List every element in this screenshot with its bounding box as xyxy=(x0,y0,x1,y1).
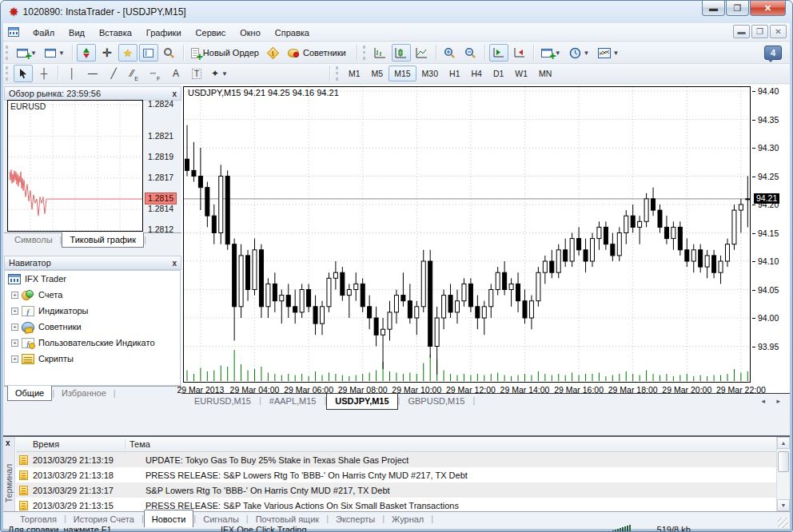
expand-icon[interactable]: + xyxy=(11,292,18,299)
tick-chart-plot[interactable]: EURUSD xyxy=(7,100,143,232)
timeframe-W1[interactable]: W1 xyxy=(509,66,533,81)
news-row[interactable]: 2013/03/29 21:13:15PRESS RELEASE: S&P Ta… xyxy=(16,498,776,511)
crosshair-mode-button[interactable]: ✛ xyxy=(98,44,117,62)
scroll-down-icon[interactable]: ▼ xyxy=(777,499,790,511)
maximize-button[interactable]: ❐ xyxy=(726,1,749,16)
menu-item-Графики[interactable]: Графики xyxy=(139,26,189,40)
navigator-item-Индикаторы[interactable]: +ƒИндикаторы xyxy=(5,303,180,319)
text-label-button[interactable]: T xyxy=(187,65,206,82)
horizontal-line-button[interactable]: — xyxy=(83,65,102,82)
chart-price-axis[interactable]: 94.4094.3594.3094.2594.2094.1594.1094.05… xyxy=(752,86,793,383)
navigator-tab-Избранное[interactable]: Избранное xyxy=(54,387,114,400)
advisors-button[interactable]: Советники xyxy=(285,44,349,62)
navigator-item-Скрипты[interactable]: +Скрипты xyxy=(5,351,180,367)
chart-tab-EURUSD,M15[interactable]: EURUSD,M15 xyxy=(186,394,259,409)
indicators-button[interactable]: ▼ xyxy=(538,44,564,62)
tab-scroll-arrows[interactable]: ◂ ▸ xyxy=(761,397,785,405)
cursor-tool-button[interactable] xyxy=(14,65,33,82)
toolbar-handle[interactable] xyxy=(336,66,340,81)
mdi-minimize-button[interactable]: ▬ xyxy=(733,25,750,38)
templates-button[interactable]: ▼ xyxy=(595,44,623,62)
mdi-restore-button[interactable]: ❐ xyxy=(751,25,768,38)
toolbar-handle[interactable] xyxy=(6,46,10,60)
menu-item-Вид[interactable]: Вид xyxy=(62,26,92,40)
zoom-in-button[interactable] xyxy=(440,44,460,62)
chart-tab-#AAPL,M15[interactable]: #AAPL,M15 xyxy=(261,394,325,409)
timeframe-M15[interactable]: M15 xyxy=(389,66,416,81)
toolbar-handle[interactable] xyxy=(6,66,10,81)
market-watch-close-icon[interactable]: x xyxy=(172,89,177,98)
bar-chart-button[interactable] xyxy=(371,44,390,62)
market-watch-tab-Тиковый график[interactable]: Тиковый график xyxy=(62,232,144,248)
terminal-tab-Журнал[interactable]: Журнал xyxy=(385,512,431,527)
timeframe-D1[interactable]: D1 xyxy=(488,66,509,81)
terminal-tab-Новости[interactable]: Новости xyxy=(144,510,194,527)
data-window-button[interactable] xyxy=(160,44,179,62)
arrows-tool-button[interactable]: ✦▼ xyxy=(208,65,231,82)
alert-button[interactable]: ! xyxy=(264,44,283,62)
navigator-item-Счета[interactable]: +Счета xyxy=(5,287,180,303)
chart-tab-USDJPY,M15[interactable]: USDJPY,M15 xyxy=(326,394,397,410)
menu-item-Вставка[interactable]: Вставка xyxy=(92,26,139,40)
candlestick-button[interactable] xyxy=(392,44,411,62)
zoom-out-button[interactable] xyxy=(461,44,480,62)
terminal-tab-Эксперты[interactable]: Эксперты xyxy=(329,512,382,527)
candlestick-chart[interactable] xyxy=(183,86,751,383)
timeframe-M30[interactable]: M30 xyxy=(416,66,444,81)
terminal-close-icon[interactable]: x xyxy=(6,439,10,447)
toolbar-handle[interactable] xyxy=(363,46,367,60)
chart-window[interactable]: USDJPY,M15 94.21 94.25 94.16 94.21 94.40… xyxy=(181,85,790,411)
news-row[interactable]: 2013/03/29 21:13:18PRESS RELEASE: S&P Lo… xyxy=(16,467,776,482)
mdi-close-button[interactable]: ✕ xyxy=(770,25,787,38)
navigator-item-Советники[interactable]: +Советники xyxy=(5,319,180,335)
new-chart-button[interactable]: ▼ xyxy=(14,44,40,62)
notifications-badge[interactable]: 4 xyxy=(764,46,782,60)
profiles-button[interactable]: ▼ xyxy=(42,44,68,62)
scrollbar-thumb[interactable] xyxy=(778,451,789,472)
menu-item-Сервис[interactable]: Сервис xyxy=(189,26,233,40)
chart-tab-GBPUSD,M15[interactable]: GBPUSD,M15 xyxy=(400,394,472,409)
expand-icon[interactable]: + xyxy=(11,355,18,363)
crosshair-tool-button[interactable]: ┼ xyxy=(34,65,54,82)
navigator-header[interactable]: Навигатор x xyxy=(4,256,181,270)
navigator-close-icon[interactable]: x xyxy=(172,259,177,268)
terminal-scrollbar[interactable]: ▲ ▼ xyxy=(776,437,790,511)
trendline-button[interactable]: ╱ xyxy=(104,65,123,82)
periods-button[interactable]: ▼ xyxy=(566,44,593,62)
navigator-tab-Общие[interactable]: Общие xyxy=(7,386,52,401)
scroll-up-icon[interactable]: ▲ xyxy=(777,437,790,449)
expand-icon[interactable]: + xyxy=(11,339,18,347)
minimize-button[interactable]: ▬ xyxy=(702,1,725,16)
news-row[interactable]: 2013/03/29 21:13:17S&P Lowers Rtg To 'BB… xyxy=(16,482,776,498)
column-time[interactable]: Время xyxy=(16,439,125,449)
menu-item-Файл[interactable]: Файл xyxy=(26,26,62,40)
close-button[interactable]: ✕ xyxy=(750,1,786,16)
expand-icon[interactable]: + xyxy=(11,308,18,315)
news-row[interactable]: 2013/03/29 21:13:19UPDATE: Tokyo Gas To … xyxy=(16,452,776,467)
title-bar[interactable]: ✸ 1020890: InstaTrader - [USDJPY,M15] ▬ … xyxy=(1,1,792,23)
expand-icon[interactable]: + xyxy=(11,324,18,331)
timeframe-M1[interactable]: M1 xyxy=(343,66,366,81)
timeframe-H4[interactable]: H4 xyxy=(465,66,487,81)
equidistant-channel-button[interactable]: ⁄⁄E xyxy=(125,65,144,82)
vertical-line-button[interactable]: │ xyxy=(62,65,82,82)
tick-chart-button[interactable] xyxy=(77,44,96,62)
menu-item-Справка[interactable]: Справка xyxy=(268,26,317,40)
navigator-root[interactable]: IFX Trader xyxy=(5,271,180,287)
fibonacci-button[interactable]: ┄F xyxy=(145,65,165,82)
timeframe-H1[interactable]: H1 xyxy=(444,66,465,81)
timeframe-MN[interactable]: MN xyxy=(533,66,557,81)
resize-grip[interactable] xyxy=(778,518,788,528)
line-chart-button[interactable] xyxy=(412,44,432,62)
chart-shift-button[interactable] xyxy=(510,44,529,62)
market-watch-button[interactable] xyxy=(139,44,158,62)
symbols-button[interactable]: ★ xyxy=(118,44,137,62)
column-topic[interactable]: Тема xyxy=(125,439,150,449)
auto-scroll-button[interactable] xyxy=(489,44,508,62)
market-watch-tab-Символы[interactable]: Символы xyxy=(7,233,60,247)
new-order-button[interactable]: Новый Ордер xyxy=(188,44,262,62)
timeframe-M5[interactable]: M5 xyxy=(366,66,389,81)
navigator-item-Пользовательские Индикато[interactable]: +ƒПользовательские Индикато xyxy=(5,335,180,351)
text-tool-button[interactable]: A xyxy=(166,65,185,82)
menu-item-Окно[interactable]: Окно xyxy=(233,26,268,40)
